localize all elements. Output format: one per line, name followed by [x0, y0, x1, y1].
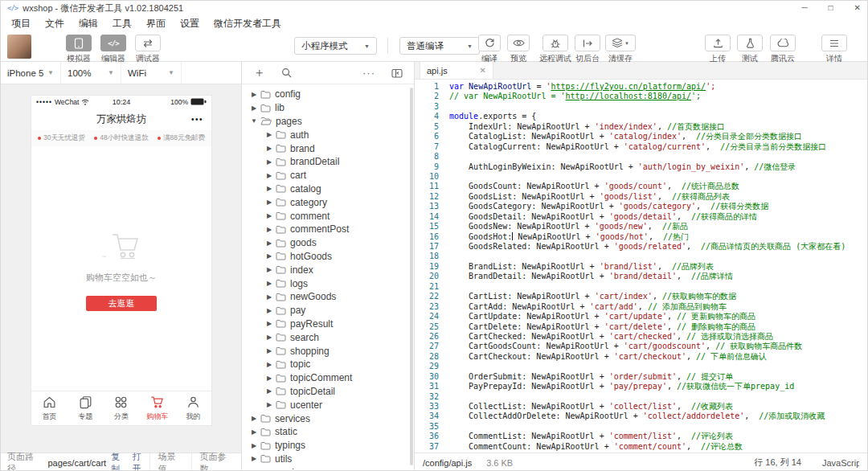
add-file-icon[interactable]: ＋ [253, 65, 265, 80]
chevron-right-icon[interactable]: ▶ [250, 442, 258, 449]
chevron-down-icon[interactable]: ▼ [250, 117, 258, 125]
device-select[interactable]: iPhone 5 ▼ [1, 62, 61, 84]
tree-item-payResult[interactable]: ▶payResult [242, 317, 414, 331]
debugger-toggle-button[interactable]: 调试器 [125, 35, 170, 64]
tree-item-topicComment[interactable]: ▶topicComment [242, 371, 414, 385]
tree-item-brandDetail[interactable]: ▶brandDetail [242, 155, 414, 169]
tree-item-category[interactable]: ▶category [242, 195, 414, 209]
chevron-right-icon[interactable]: ▶ [265, 387, 273, 395]
chevron-right-icon[interactable]: ▶ [265, 361, 273, 368]
chevron-right-icon[interactable]: ▶ [265, 280, 273, 287]
tab-topics[interactable]: 专题 [68, 391, 104, 425]
menu-item-1[interactable]: 文件 [38, 15, 72, 31]
tab-cart[interactable]: 购物车 [139, 391, 175, 425]
chevron-right-icon[interactable]: ▶ [265, 212, 273, 219]
tree-item-shopping[interactable]: ▶shopping [242, 344, 414, 358]
tab-user[interactable]: 我的 [175, 391, 211, 425]
tree-item-lib[interactable]: ▶lib [242, 101, 414, 115]
close-button[interactable]: ✕ [854, 1, 861, 15]
preview-button[interactable]: 预览 [506, 35, 531, 64]
chevron-right-icon[interactable]: ▶ [265, 320, 273, 327]
more-actions-icon[interactable]: ··· [362, 67, 375, 79]
zoom-select[interactable]: 100% ▼ [61, 62, 121, 84]
tree-item-typings[interactable]: ▶typings [242, 439, 414, 453]
chevron-right-icon[interactable]: ▶ [265, 347, 273, 354]
chevron-right-icon[interactable]: ▶ [265, 199, 273, 206]
chevron-right-icon[interactable]: ▶ [265, 266, 273, 273]
network-select[interactable]: WiFi ▼ [121, 62, 182, 84]
tree-item-pages[interactable]: ▼pages [242, 115, 414, 129]
menu-item-6[interactable]: 微信开发者工具 [207, 15, 289, 31]
tree-item-brand[interactable]: ▶brand [242, 141, 414, 155]
empty-cart-icon [108, 231, 141, 261]
chevron-right-icon[interactable]: ▶ [250, 428, 258, 436]
tree-item-topic[interactable]: ▶topic [242, 358, 414, 371]
tree-item-logs[interactable]: ▶logs [242, 276, 414, 290]
chevron-right-icon[interactable]: ▶ [265, 158, 273, 166]
chevron-right-icon[interactable]: ▶ [265, 226, 273, 233]
go-shopping-button[interactable]: 去逛逛 [86, 296, 157, 311]
chevron-right-icon[interactable]: ▶ [265, 293, 273, 301]
menu-item-4[interactable]: 界面 [139, 15, 173, 31]
tree-item-index[interactable]: ▶index [242, 263, 414, 276]
menu-item-5[interactable]: 设置 [173, 15, 207, 31]
tencent-cloud-button[interactable]: 腾讯云 [760, 35, 805, 64]
tree-item-comment[interactable]: ▶comment [242, 209, 414, 223]
tab-home[interactable]: 首页 [31, 391, 68, 425]
compile-button[interactable]: 编译 [477, 35, 502, 64]
tree-item-config[interactable]: ▶config [242, 88, 414, 101]
user-avatar[interactable] [7, 35, 31, 59]
copy-path-link[interactable]: 复制 [111, 451, 128, 471]
tree-item-commentPost[interactable]: ▶commentPost [242, 223, 414, 236]
tree-item-auth[interactable]: ▶auth [242, 128, 414, 141]
chevron-right-icon[interactable]: ▶ [265, 401, 273, 408]
chevron-right-icon[interactable]: ▶ [265, 252, 273, 260]
chevron-right-icon[interactable]: ▶ [265, 172, 273, 179]
menu-item-2[interactable]: 编辑 [72, 15, 105, 31]
language-mode[interactable]: JavaScript [822, 458, 859, 468]
tree-scrollbar[interactable] [410, 88, 413, 465]
collapse-panel-icon[interactable] [391, 68, 403, 78]
tree-item-ucenter[interactable]: ▶ucenter [242, 398, 414, 412]
compile-mode-select[interactable]: 普通编译 ▼ [399, 37, 480, 55]
tree-item-cart[interactable]: ▶cart [242, 169, 414, 182]
tree-item-topicDetail[interactable]: ▶topicDetail [242, 385, 414, 399]
tree-item-search[interactable]: ▶search [242, 330, 414, 344]
close-tab-icon[interactable]: ✕ [480, 66, 486, 75]
tree-item-utils[interactable]: ▶utils [242, 453, 414, 466]
chevron-right-icon[interactable]: ▶ [265, 307, 273, 314]
search-icon[interactable] [281, 68, 292, 78]
page-params-button[interactable]: 页面参数 [191, 453, 241, 471]
chevron-right-icon[interactable]: ▶ [265, 185, 273, 192]
chevron-right-icon[interactable]: ▶ [265, 334, 273, 341]
tree-item-pay[interactable]: ▶pay [242, 304, 414, 317]
tree-item-newGoods[interactable]: ▶newGoods [242, 290, 414, 304]
chevron-right-icon[interactable]: ▶ [250, 415, 258, 422]
open-path-link[interactable]: 打开 [133, 451, 149, 471]
miniapp-menu-button[interactable]: ••• [191, 115, 203, 124]
tab-category[interactable]: 分类 [104, 391, 140, 425]
chevron-right-icon[interactable]: ▶ [250, 91, 258, 98]
menu-item-0[interactable]: 项目 [4, 15, 38, 31]
scene-value-button[interactable]: 场景值 [149, 453, 191, 471]
chevron-right-icon[interactable]: ▶ [265, 375, 273, 382]
chevron-right-icon[interactable]: ▶ [265, 240, 273, 247]
chevron-right-icon[interactable]: ▶ [250, 104, 258, 112]
tree-item-app.js[interactable]: JSapp.js [242, 465, 414, 471]
cursor-position[interactable]: 行 16, 列 14 [754, 457, 801, 469]
details-button[interactable]: 详情 [812, 35, 857, 64]
mode-select[interactable]: 小程序模式 ▼ [294, 37, 377, 55]
maximize-button[interactable]: □ [829, 1, 833, 15]
minimize-button[interactable]: ─ [801, 1, 807, 15]
chevron-right-icon[interactable]: ▶ [250, 455, 258, 462]
tree-item-catalog[interactable]: ▶catalog [242, 182, 414, 196]
tree-item-goods[interactable]: ▶goods [242, 236, 414, 250]
tree-item-services[interactable]: ▶services [242, 412, 414, 425]
chevron-right-icon[interactable]: ▶ [265, 145, 273, 152]
menu-item-3[interactable]: 工具 [105, 15, 139, 31]
chevron-right-icon[interactable]: ▶ [265, 131, 273, 138]
code-editor[interactable]: 1var NewApiRootUrl = 'https://fly2you.cn… [415, 80, 867, 453]
clear-cache-button[interactable]: ▼ 清缓存 [601, 35, 640, 64]
tree-item-hotGoods[interactable]: ▶hotGoods [242, 250, 414, 264]
tree-item-static[interactable]: ▶static [242, 425, 414, 439]
